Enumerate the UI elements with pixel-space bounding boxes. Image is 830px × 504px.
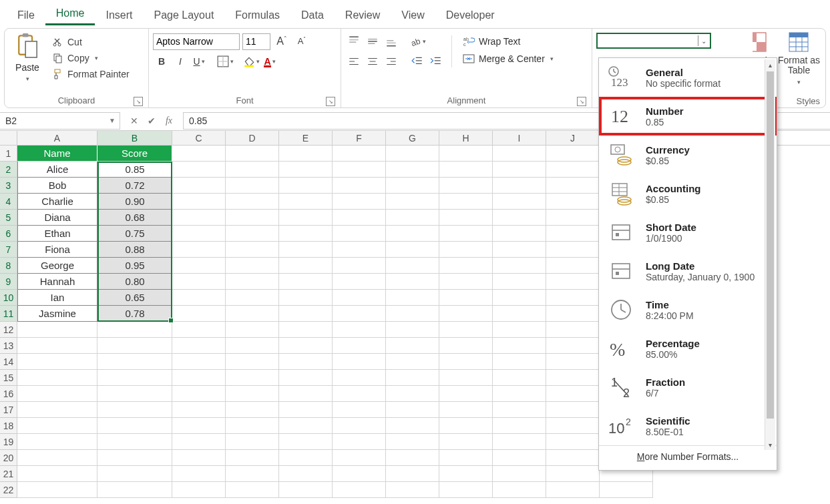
cell-E6[interactable]	[279, 226, 333, 242]
cell-F3[interactable]	[333, 178, 386, 194]
row-header-8[interactable]: 8	[0, 258, 17, 274]
italic-button[interactable]: I	[172, 53, 189, 70]
format-option-time[interactable]: Time 8:24:00 PM	[599, 290, 777, 329]
cell-F22[interactable]	[333, 482, 386, 498]
cell-G21[interactable]	[386, 466, 439, 482]
cell-A6[interactable]: Ethan	[17, 226, 97, 242]
cell-B2[interactable]: 0.85	[97, 162, 172, 178]
bold-button[interactable]: B	[153, 53, 170, 70]
row-header-15[interactable]: 15	[0, 370, 17, 386]
cell-J20[interactable]	[546, 450, 600, 466]
format-painter-button[interactable]: Format Painter	[50, 67, 132, 81]
cell-I3[interactable]	[493, 178, 546, 194]
row-header-13[interactable]: 13	[0, 338, 17, 354]
cell-J7[interactable]	[546, 242, 600, 258]
align-left-button[interactable]	[345, 53, 363, 70]
cell-E4[interactable]	[279, 194, 333, 210]
cell-I12[interactable]	[493, 322, 546, 338]
underline-button[interactable]: U	[190, 53, 208, 70]
row-header-22[interactable]: 22	[0, 482, 17, 498]
cell-C9[interactable]	[172, 274, 226, 290]
cell-I11[interactable]	[493, 306, 546, 322]
cell-F13[interactable]	[333, 338, 386, 354]
cell-G17[interactable]	[386, 402, 439, 418]
wrap-text-button[interactable]: abc Wrap Text	[459, 34, 558, 49]
cell-E15[interactable]	[279, 370, 333, 386]
cell-G6[interactable]	[386, 226, 439, 242]
cell-C21[interactable]	[172, 466, 226, 482]
cell-A21[interactable]	[17, 466, 97, 482]
cell-E13[interactable]	[279, 338, 333, 354]
cell-I8[interactable]	[493, 258, 546, 274]
cell-D15[interactable]	[226, 370, 279, 386]
cell-B22[interactable]	[97, 482, 172, 498]
cell-J17[interactable]	[546, 402, 600, 418]
cell-I7[interactable]	[493, 242, 546, 258]
cell-H20[interactable]	[439, 450, 493, 466]
paste-button[interactable]: Paste ▾	[9, 33, 46, 82]
cell-F16[interactable]	[333, 386, 386, 402]
cell-E9[interactable]	[279, 274, 333, 290]
cell-J19[interactable]	[546, 434, 600, 450]
cell-G16[interactable]	[386, 386, 439, 402]
cell-B17[interactable]	[97, 402, 172, 418]
cell-C15[interactable]	[172, 370, 226, 386]
cell-I21[interactable]	[493, 466, 546, 482]
cell-C1[interactable]	[172, 146, 226, 162]
cell-G9[interactable]	[386, 274, 439, 290]
cell-J18[interactable]	[546, 418, 600, 434]
cell-B6[interactable]: 0.75	[97, 226, 172, 242]
cell-I9[interactable]	[493, 274, 546, 290]
cell-I20[interactable]	[493, 450, 546, 466]
cell-I5[interactable]	[493, 210, 546, 226]
cell-J22[interactable]	[546, 482, 600, 498]
cell-A10[interactable]: Ian	[17, 290, 97, 306]
col-header-D[interactable]: D	[226, 131, 279, 145]
cell-A9[interactable]: Hannah	[17, 274, 97, 290]
tab-developer[interactable]: Developer	[435, 4, 505, 25]
decrease-indent-button[interactable]	[409, 53, 426, 70]
cell-C7[interactable]	[172, 242, 226, 258]
cell-A15[interactable]	[17, 370, 97, 386]
cell-E1[interactable]	[279, 146, 333, 162]
cell-F4[interactable]	[333, 194, 386, 210]
cell-I13[interactable]	[493, 338, 546, 354]
cell-A2[interactable]: Alice	[17, 162, 97, 178]
select-all-corner[interactable]	[0, 131, 17, 145]
cell-F9[interactable]	[333, 274, 386, 290]
row-header-4[interactable]: 4	[0, 194, 17, 210]
cell-A13[interactable]	[17, 338, 97, 354]
cell-C13[interactable]	[172, 338, 226, 354]
cell-C2[interactable]	[172, 162, 226, 178]
row-header-10[interactable]: 10	[0, 290, 17, 306]
cell-C10[interactable]	[172, 290, 226, 306]
cell-C4[interactable]	[172, 194, 226, 210]
cell-B13[interactable]	[97, 338, 172, 354]
tab-formulas[interactable]: Formulas	[224, 4, 290, 25]
cell-D4[interactable]	[226, 194, 279, 210]
row-header-20[interactable]: 20	[0, 450, 17, 466]
cell-H4[interactable]	[439, 194, 493, 210]
cell-C22[interactable]	[172, 482, 226, 498]
more-number-formats[interactable]: More Number Formats...	[599, 445, 777, 467]
cell-H14[interactable]	[439, 354, 493, 370]
format-option-fraction[interactable]: 12 Fraction 6/7	[599, 368, 777, 407]
cell-E11[interactable]	[279, 306, 333, 322]
increase-indent-button[interactable]	[427, 53, 445, 70]
cell-G2[interactable]	[386, 162, 439, 178]
cell-E7[interactable]	[279, 242, 333, 258]
cell-C18[interactable]	[172, 418, 226, 434]
increase-font-button[interactable]: A˄	[273, 33, 290, 50]
row-header-12[interactable]: 12	[0, 322, 17, 338]
cell-H6[interactable]	[439, 226, 493, 242]
cell-J6[interactable]	[546, 226, 600, 242]
cell-F7[interactable]	[333, 242, 386, 258]
cell-H21[interactable]	[439, 466, 493, 482]
merge-center-button[interactable]: Merge & Center	[459, 51, 558, 66]
font-color-button[interactable]: A	[261, 53, 278, 70]
cell-A5[interactable]: Diana	[17, 210, 97, 226]
cancel-formula-button[interactable]: ✕	[126, 113, 143, 129]
tab-view[interactable]: View	[391, 4, 435, 25]
copy-button[interactable]: Copy	[50, 51, 132, 65]
cell-I17[interactable]	[493, 402, 546, 418]
